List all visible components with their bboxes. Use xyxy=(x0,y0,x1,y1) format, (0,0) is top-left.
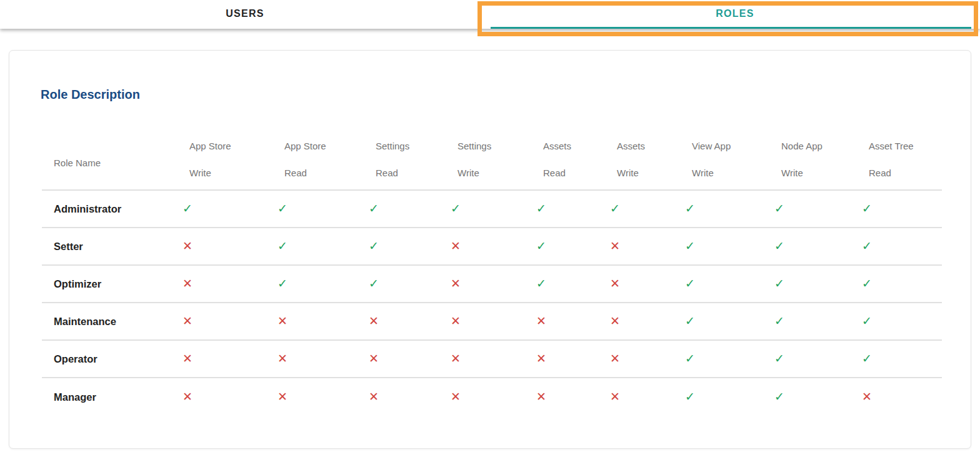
permission-cell: ✕ xyxy=(364,315,446,328)
cross-icon: ✕ xyxy=(531,315,546,327)
permission-cell: ✓ xyxy=(605,203,680,215)
check-icon: ✓ xyxy=(531,240,546,252)
permission-cell: ✓ xyxy=(857,315,942,328)
permission-cell: ✕ xyxy=(605,240,680,253)
column-header-assets-read: AssetsRead xyxy=(531,141,605,178)
permission-cell: ✕ xyxy=(446,353,531,365)
cross-icon: ✕ xyxy=(605,391,620,403)
role-name-label: Setter xyxy=(42,241,178,253)
check-icon: ✓ xyxy=(857,203,872,214)
column-header-asset-tree-read: Asset TreeRead xyxy=(857,141,942,178)
table-header-row: Role NameApp StoreWriteApp StoreReadSett… xyxy=(42,130,942,191)
column-header-line2: Read xyxy=(543,168,605,178)
check-icon: ✓ xyxy=(680,203,695,214)
permission-cell: ✓ xyxy=(680,391,769,403)
cross-icon: ✕ xyxy=(364,353,379,364)
check-icon: ✓ xyxy=(769,353,784,364)
column-header-line1: Assets xyxy=(543,141,605,151)
permission-cell: ✕ xyxy=(446,315,531,328)
cross-icon: ✕ xyxy=(272,391,288,403)
permission-cell: ✕ xyxy=(364,353,446,365)
check-icon: ✓ xyxy=(364,203,379,214)
table-row-administrator: Administrator✓✓✓✓✓✓✓✓✓ xyxy=(42,191,942,228)
permission-cell: ✓ xyxy=(531,203,605,215)
check-icon: ✓ xyxy=(531,278,546,289)
cross-icon: ✕ xyxy=(605,240,620,252)
tab-bar: USERS ROLES xyxy=(0,0,980,29)
check-icon: ✓ xyxy=(857,278,872,289)
cross-icon: ✕ xyxy=(178,315,192,327)
cross-icon: ✕ xyxy=(272,353,288,364)
check-icon: ✓ xyxy=(272,278,288,289)
column-header-line2: Write xyxy=(458,168,531,178)
column-header-line1: App Store xyxy=(189,141,272,151)
permission-cell: ✓ xyxy=(364,278,446,290)
tab-users-label: USERS xyxy=(226,8,264,19)
role-name-label: Optimizer xyxy=(42,278,178,290)
permission-cell: ✕ xyxy=(446,278,531,290)
table-row-setter: Setter✕✓✓✕✓✕✓✓✓ xyxy=(42,228,942,266)
check-icon: ✓ xyxy=(769,315,784,327)
check-icon: ✓ xyxy=(364,278,379,289)
permission-cell: ✕ xyxy=(272,391,364,403)
column-header-line1: View App xyxy=(692,141,769,151)
permission-cell: ✓ xyxy=(680,240,769,253)
check-icon: ✓ xyxy=(272,203,288,214)
column-header-settings-read: SettingsRead xyxy=(364,141,446,178)
column-header-settings-write: SettingsWrite xyxy=(446,141,531,178)
permission-cell: ✕ xyxy=(857,391,942,403)
check-icon: ✓ xyxy=(605,203,620,214)
permission-cell: ✓ xyxy=(680,353,769,365)
table-row-maintenance: Maintenance✕✕✕✕✕✕✓✓✓ xyxy=(42,303,942,341)
permission-cell: ✓ xyxy=(857,203,942,215)
tab-roles[interactable]: ROLES xyxy=(490,0,980,27)
tab-users[interactable]: USERS xyxy=(0,0,490,27)
column-header-line1: Node App xyxy=(781,141,857,151)
column-header-line2: Write xyxy=(692,168,769,178)
table-row-operator: Operator✕✕✕✕✕✕✓✓✓ xyxy=(42,341,942,378)
permission-cell: ✓ xyxy=(769,203,857,215)
permission-cell: ✓ xyxy=(680,315,769,328)
cross-icon: ✕ xyxy=(446,315,461,327)
cross-icon: ✕ xyxy=(446,278,461,289)
permission-cell: ✓ xyxy=(531,240,605,253)
cross-icon: ✕ xyxy=(364,315,379,327)
permission-cell: ✓ xyxy=(769,315,857,328)
permission-cell: ✓ xyxy=(769,278,857,290)
role-name-label: Maintenance xyxy=(42,316,178,328)
permission-cell: ✓ xyxy=(531,278,605,290)
check-icon: ✓ xyxy=(680,278,695,289)
permission-cell: ✕ xyxy=(178,240,272,253)
permission-cell: ✕ xyxy=(531,391,605,403)
column-header-line2: Write xyxy=(781,168,857,178)
roles-permission-table: Role NameApp StoreWriteApp StoreReadSett… xyxy=(42,130,942,416)
cross-icon: ✕ xyxy=(605,353,620,364)
cross-icon: ✕ xyxy=(446,391,461,403)
column-header-role-name: Role Name xyxy=(42,151,178,168)
permission-cell: ✓ xyxy=(272,278,364,290)
permission-cell: ✓ xyxy=(446,203,531,215)
column-header-line1: Settings xyxy=(458,141,531,151)
permission-cell: ✓ xyxy=(769,353,857,365)
column-header-line1: App Store xyxy=(284,141,364,151)
column-header-assets-write: AssetsWrite xyxy=(605,141,680,178)
column-header-line1: Settings xyxy=(376,141,446,151)
cross-icon: ✕ xyxy=(605,278,620,289)
permission-cell: ✕ xyxy=(531,315,605,328)
check-icon: ✓ xyxy=(531,203,546,214)
permission-cell: ✕ xyxy=(272,315,364,328)
check-icon: ✓ xyxy=(769,391,784,403)
permission-cell: ✕ xyxy=(605,353,680,365)
cross-icon: ✕ xyxy=(531,353,546,364)
check-icon: ✓ xyxy=(446,203,461,214)
permission-cell: ✕ xyxy=(364,391,446,403)
permission-cell: ✓ xyxy=(178,203,272,215)
permission-cell: ✓ xyxy=(857,240,942,253)
cross-icon: ✕ xyxy=(364,391,379,403)
permission-cell: ✕ xyxy=(178,353,272,365)
tab-roles-label: ROLES xyxy=(716,8,754,19)
cross-icon: ✕ xyxy=(605,315,620,327)
check-icon: ✓ xyxy=(364,240,379,252)
role-name-label: Administrator xyxy=(42,203,178,215)
check-icon: ✓ xyxy=(769,278,784,289)
